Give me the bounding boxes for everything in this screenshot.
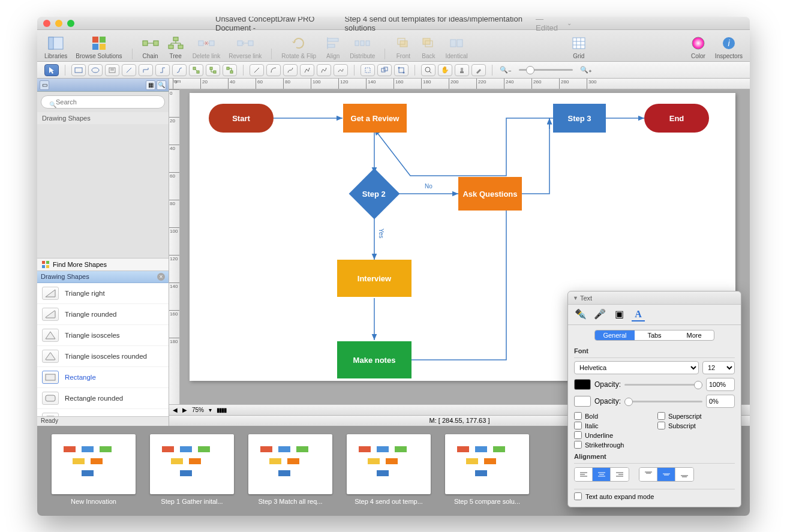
text-inspector[interactable]: ▼Text ✒️ 🎤 ▣ A General Tabs More Font He… <box>567 291 741 507</box>
valign-top-button[interactable] <box>639 468 657 481</box>
inspector-tab-mic-icon[interactable]: 🎤 <box>593 308 606 321</box>
shape-item[interactable]: Triangle right <box>37 283 169 304</box>
distribute-button[interactable]: Distribute <box>347 35 377 59</box>
zoom-window-button[interactable] <box>67 20 74 27</box>
tree-button[interactable]: Tree <box>165 35 187 59</box>
bg-opacity-slider[interactable] <box>624 401 702 402</box>
subtab-tabs[interactable]: Tabs <box>635 330 674 340</box>
subtab-general[interactable]: General <box>595 330 635 340</box>
flowchart-decision-node[interactable]: Step 2 <box>349 169 400 220</box>
valign-bottom-button[interactable] <box>675 468 693 481</box>
shape-item[interactable]: Triangle isosceles <box>37 325 169 346</box>
connector-tool-5[interactable] <box>189 64 203 76</box>
close-palette-icon[interactable]: × <box>157 273 165 281</box>
inspector-tab-pen-icon[interactable]: ✒️ <box>574 308 587 321</box>
sidebar-view-grid[interactable]: ▦ <box>146 80 155 90</box>
rotate-flip-button[interactable]: Rotate & Flip <box>279 35 319 59</box>
search-input[interactable] <box>41 95 165 109</box>
bold-checkbox[interactable]: Bold <box>574 412 651 420</box>
spline-tool[interactable] <box>317 64 331 76</box>
page-thumbnail[interactable]: New Innovation <box>52 434 136 512</box>
text-opacity-value[interactable] <box>706 378 735 391</box>
text-tool[interactable] <box>105 64 119 76</box>
find-more-shapes-button[interactable]: Find More Shapes <box>37 258 169 271</box>
align-right-button[interactable] <box>611 468 629 481</box>
shape-item[interactable]: Rectangle <box>37 367 169 388</box>
zoom-in-button[interactable]: 🔍₊ <box>579 64 593 76</box>
freehand-tool[interactable] <box>334 64 348 76</box>
libraries-button[interactable]: Libraries <box>42 35 70 59</box>
bg-color-swatch[interactable] <box>574 396 591 407</box>
auto-expand-checkbox[interactable]: Text auto expand mode <box>574 492 654 500</box>
shape-item[interactable]: Triangle rounded <box>37 304 169 325</box>
eyedropper-tool[interactable] <box>471 64 486 76</box>
flowchart-end-node[interactable]: End <box>644 104 709 133</box>
polyline-tool[interactable] <box>300 64 314 76</box>
flowchart-interview-node[interactable]: Interview <box>337 260 411 297</box>
next-page-button[interactable]: ▶ <box>182 407 187 413</box>
zoom-tool[interactable] <box>421 64 435 76</box>
strikethrough-checkbox[interactable]: Strikethrough <box>574 441 651 449</box>
pan-tool[interactable]: ✋ <box>438 64 452 76</box>
reverse-link-button[interactable]: Reverse link <box>226 35 264 59</box>
shape-item[interactable]: Rectangle curved <box>37 409 169 417</box>
grid-button[interactable]: Grid <box>568 35 590 59</box>
valign-middle-button[interactable] <box>657 468 675 481</box>
flowchart-step3-node[interactable]: Step 3 <box>553 104 606 133</box>
superscript-checkbox[interactable]: Superscript <box>657 412 735 420</box>
color-button[interactable]: Color <box>687 35 709 59</box>
browse-solutions-button[interactable]: Browse Solutions <box>73 35 124 59</box>
palette-header[interactable]: Drawing Shapes × <box>37 271 169 283</box>
connector-tool-3[interactable] <box>155 64 170 76</box>
bg-opacity-value[interactable] <box>706 395 735 408</box>
align-center-button[interactable] <box>593 468 611 481</box>
shape-item[interactable]: Rectangle rounded <box>37 388 169 409</box>
connector-tool-7[interactable] <box>223 64 237 76</box>
align-left-button[interactable] <box>575 468 593 481</box>
underline-checkbox[interactable]: Underline <box>574 431 651 439</box>
select-all-tool[interactable] <box>361 64 375 76</box>
inspector-tab-font-icon[interactable]: A <box>632 308 645 321</box>
flowchart-review-node[interactable]: Get a Review <box>343 104 407 133</box>
ellipse-tool[interactable] <box>88 64 103 76</box>
edit-points-tool[interactable] <box>394 64 408 76</box>
back-button[interactable]: Back <box>417 35 439 59</box>
inspectors-button[interactable]: iInspectors <box>713 35 745 59</box>
curve-tool[interactable] <box>283 64 298 76</box>
minimize-window-button[interactable] <box>55 20 62 27</box>
front-button[interactable]: Front <box>392 35 414 59</box>
pointer-tool[interactable] <box>44 64 59 76</box>
line-tool[interactable] <box>250 64 264 76</box>
text-opacity-slider[interactable] <box>624 384 702 386</box>
page-thumbnail[interactable]: Step 1 Gather inital... <box>150 434 234 512</box>
flowchart-notes-node[interactable]: Make notes <box>337 341 411 378</box>
flowchart-ask-node[interactable]: Ask Questions <box>458 177 522 211</box>
chain-button[interactable]: Chain <box>140 35 161 59</box>
subtab-more[interactable]: More <box>674 330 714 340</box>
rectangle-tool[interactable] <box>71 64 86 76</box>
title-chevron-icon[interactable]: ⌄ <box>567 20 572 26</box>
page-thumbnail[interactable]: Step 4 send out temp... <box>347 434 431 512</box>
delete-link-button[interactable]: Delete link <box>190 35 223 59</box>
prev-page-button[interactable]: ◀ <box>173 407 178 413</box>
sidebar-search-button[interactable]: 🔍 <box>157 80 166 90</box>
connector-tool-1[interactable] <box>122 64 136 76</box>
connector-tool-6[interactable] <box>206 64 220 76</box>
inspector-tab-shadow-icon[interactable]: ▣ <box>612 308 626 321</box>
zoom-dropdown-icon[interactable]: ▾ <box>209 407 212 413</box>
page-thumbnail[interactable]: Step 5 compare solu... <box>445 434 529 512</box>
zoom-slider[interactable] <box>519 69 573 71</box>
arc-tool[interactable] <box>266 64 281 76</box>
align-button[interactable]: Align <box>322 35 344 59</box>
identical-button[interactable]: Identical <box>443 35 470 59</box>
connector-tool-4[interactable] <box>172 64 187 76</box>
subscript-checkbox[interactable]: Subscript <box>657 422 735 429</box>
inspector-title[interactable]: ▼Text <box>568 291 741 305</box>
font-family-select[interactable]: Helvetica <box>574 361 699 374</box>
sidebar-view-list[interactable]: ▭ <box>40 80 49 90</box>
page-thumbnail[interactable]: Step 3 Match all req... <box>248 434 332 512</box>
flowchart-start-node[interactable]: Start <box>209 104 274 133</box>
zoom-value[interactable]: 75% <box>192 407 204 413</box>
zoom-out-button[interactable]: 🔍₋ <box>498 64 513 76</box>
close-window-button[interactable] <box>43 20 50 27</box>
